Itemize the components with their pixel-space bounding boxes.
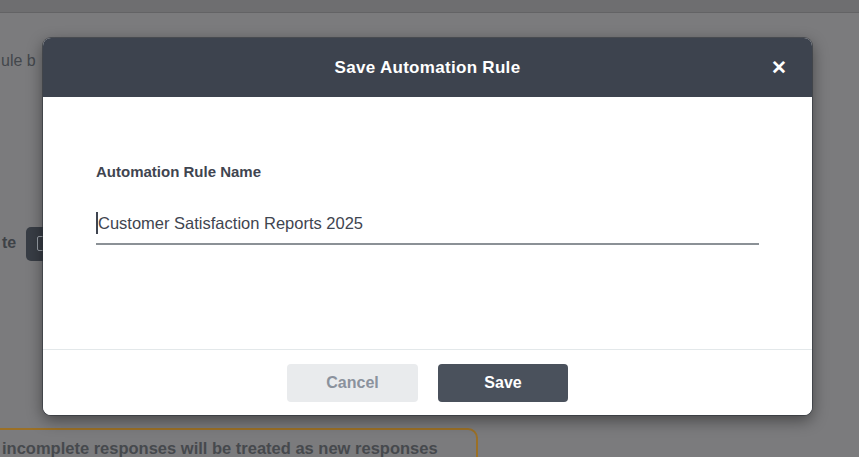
close-icon[interactable]: ✕ xyxy=(758,38,800,97)
background-top-bar xyxy=(0,0,859,13)
background-warning-text: incomplete responses will be treated as … xyxy=(2,439,438,457)
rule-name-input[interactable] xyxy=(96,208,759,243)
text-caret xyxy=(96,212,98,234)
save-automation-rule-dialog: Save Automation Rule ✕ Automation Rule N… xyxy=(43,38,812,415)
dialog-header: Save Automation Rule ✕ xyxy=(43,38,812,97)
save-button[interactable]: Save xyxy=(438,364,568,402)
screen: ule b te incomplete responses will be tr… xyxy=(0,0,859,457)
dialog-footer: Cancel Save xyxy=(43,349,812,415)
cancel-button[interactable]: Cancel xyxy=(287,364,418,402)
background-partial-text: ule b xyxy=(1,52,36,70)
dialog-title: Save Automation Rule xyxy=(335,58,521,78)
background-partial-label: te xyxy=(2,234,16,252)
rule-name-label: Automation Rule Name xyxy=(96,163,261,180)
rule-name-field-wrapper xyxy=(96,208,759,245)
